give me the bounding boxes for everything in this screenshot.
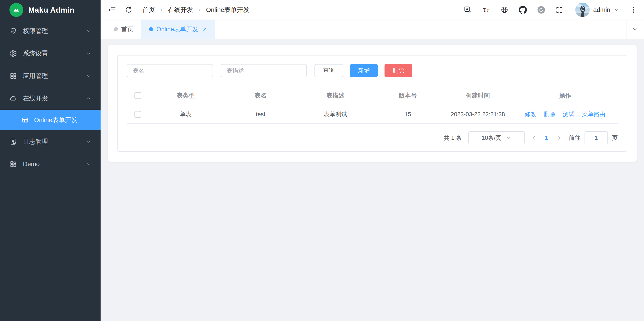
gitee-icon[interactable]: G <box>537 6 545 14</box>
pagination: 共 1 条 10条/页 1 <box>127 131 618 144</box>
column-header-desc: 表描述 <box>298 86 372 105</box>
add-button[interactable]: 新增 <box>350 64 378 77</box>
user-menu[interactable]: admin <box>575 3 619 17</box>
mountain-logo-icon <box>10 3 23 17</box>
column-header-type: 表类型 <box>149 86 222 105</box>
query-card: 查询 新增 删除 表类型 表名 表描述 版本号 创建时间 <box>118 55 627 152</box>
topbar: 首页 在线开发 Online表单开发 A文 TT <box>100 0 644 20</box>
sidebar-subitem-online-form-dev[interactable]: Online表单开发 <box>0 110 100 130</box>
tab-online-form-dev[interactable]: Online表单开发 <box>141 20 215 39</box>
table-row: 单表 test 表单测试 15 2023-03-22 22:21:38 修改 删… <box>127 105 618 123</box>
shield-check-icon <box>10 27 17 35</box>
sidebar-item-demo[interactable]: Demo <box>0 153 100 175</box>
sidebar-fold-icon[interactable] <box>108 6 116 14</box>
globe-icon[interactable] <box>500 6 508 14</box>
cell-created: 2023-03-22 22:21:38 <box>444 105 512 123</box>
tab-label: 首页 <box>121 25 133 33</box>
sidebar-item-online-dev[interactable]: 在线开发 <box>0 87 100 110</box>
app-logo[interactable]: Maku Admin <box>0 0 100 20</box>
svg-text:文: 文 <box>468 10 472 14</box>
tab-home[interactable]: 首页 <box>106 20 141 39</box>
delete-link[interactable]: 删除 <box>544 111 555 118</box>
chevron-left-icon[interactable] <box>531 135 537 141</box>
sidebar-item-label: 日志管理 <box>23 137 80 146</box>
test-link[interactable]: 测试 <box>563 111 575 118</box>
sidebar-item-label: 应用管理 <box>23 72 80 80</box>
sidebar-item-label: 在线开发 <box>23 94 80 103</box>
cell-version: 15 <box>372 105 443 123</box>
sidebar: Maku Admin 权限管理 系统设置 <box>0 0 100 321</box>
table-icon <box>22 116 29 124</box>
gear-icon <box>10 50 17 57</box>
column-header-version: 版本号 <box>372 86 443 105</box>
breadcrumb-separator-icon <box>197 8 202 12</box>
sidebar-item-system-settings[interactable]: 系统设置 <box>0 42 100 65</box>
close-icon[interactable] <box>202 27 208 32</box>
sidebar-item-label: 系统设置 <box>23 49 80 58</box>
current-page[interactable]: 1 <box>545 134 548 141</box>
tabs-dropdown-icon[interactable] <box>626 20 644 39</box>
pagination-total: 共 1 条 <box>444 134 462 142</box>
avatar <box>575 3 590 17</box>
page-size-value: 10条/页 <box>482 134 501 142</box>
user-name: admin <box>593 6 610 14</box>
edit-link[interactable]: 修改 <box>524 111 536 118</box>
page-unit-label: 页 <box>612 134 618 142</box>
sidebar-item-app-management[interactable]: 应用管理 <box>0 65 100 87</box>
goto-label: 前往 <box>569 134 580 142</box>
breadcrumb-online-dev[interactable]: 在线开发 <box>168 6 193 14</box>
app-title: Maku Admin <box>28 6 74 14</box>
svg-text:G: G <box>539 7 543 13</box>
sidebar-item-label: 权限管理 <box>23 27 80 35</box>
svg-text:A: A <box>466 7 468 11</box>
tabbar: 首页 Online表单开发 <box>100 20 644 39</box>
demo-grid-icon <box>10 160 17 168</box>
main-area: 首页 在线开发 Online表单开发 A文 TT <box>100 0 644 321</box>
breadcrumb: 首页 在线开发 Online表单开发 <box>142 6 250 14</box>
chevron-right-icon[interactable] <box>556 135 562 141</box>
table-desc-input[interactable] <box>221 64 307 77</box>
sidebar-subitem-label: Online表单开发 <box>34 116 78 124</box>
row-checkbox[interactable] <box>134 111 141 118</box>
cloud-icon <box>10 95 17 102</box>
cell-actions: 修改 删除 测试 菜单路由 <box>512 105 618 123</box>
chevron-down-icon <box>86 51 92 56</box>
column-header-actions: 操作 <box>512 86 618 105</box>
page-size-select[interactable]: 10条/页 <box>468 131 525 144</box>
font-size-icon[interactable]: TT <box>482 6 490 14</box>
sidebar-menu: 权限管理 系统设置 应用管理 <box>0 20 100 321</box>
goto-page: 前往 页 <box>569 131 618 144</box>
tab-dot-icon <box>149 27 153 31</box>
sidebar-item-log-management[interactable]: 日志管理 <box>0 130 100 153</box>
tab-dot-icon <box>114 27 118 31</box>
kebab-menu-icon[interactable] <box>630 6 637 14</box>
topbar-actions: A文 TT G <box>464 3 637 17</box>
breadcrumb-current: Online表单开发 <box>206 6 250 14</box>
github-icon[interactable] <box>519 6 527 14</box>
log-check-icon <box>10 138 17 145</box>
svg-text:T: T <box>487 9 489 12</box>
breadcrumb-home[interactable]: 首页 <box>142 6 155 14</box>
page-card: 查询 新增 删除 表类型 表名 表描述 版本号 创建时间 <box>108 45 637 162</box>
tab-label: Online表单开发 <box>156 25 198 33</box>
refresh-icon[interactable] <box>125 6 132 14</box>
goto-page-input[interactable] <box>584 131 608 144</box>
delete-button[interactable]: 删除 <box>384 64 412 77</box>
breadcrumb-separator-icon <box>159 8 164 12</box>
menu-route-link[interactable]: 菜单路由 <box>582 111 606 118</box>
sidebar-item-permissions[interactable]: 权限管理 <box>0 20 100 42</box>
translate-icon[interactable]: A文 <box>464 6 472 14</box>
pager: 1 <box>531 134 562 141</box>
table-header-row: 表类型 表名 表描述 版本号 创建时间 操作 <box>127 86 618 105</box>
table-name-input[interactable] <box>127 64 213 77</box>
data-table: 表类型 表名 表描述 版本号 创建时间 操作 单表 <box>127 86 618 124</box>
fullscreen-icon[interactable] <box>556 6 563 14</box>
svg-text:T: T <box>483 7 486 13</box>
search-button[interactable]: 查询 <box>314 64 343 77</box>
select-all-checkbox[interactable] <box>134 92 141 99</box>
chevron-down-icon <box>86 73 92 79</box>
cell-desc: 表单测试 <box>298 105 372 123</box>
app-root: Maku Admin 权限管理 系统设置 <box>0 0 644 321</box>
apps-icon <box>10 72 17 80</box>
page-content: 查询 新增 删除 表类型 表名 表描述 版本号 创建时间 <box>100 39 644 321</box>
